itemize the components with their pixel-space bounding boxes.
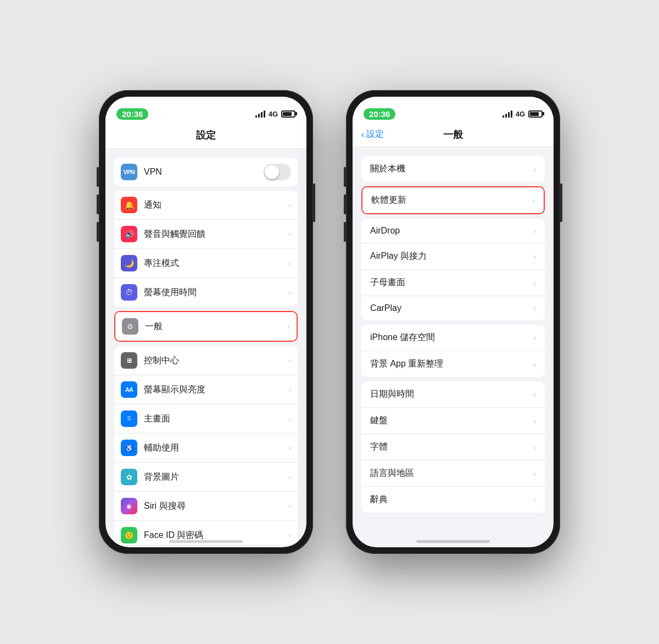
siri-label: Siri 與搜尋 bbox=[144, 501, 286, 512]
chevron-about: › bbox=[533, 165, 536, 174]
section-datetime: 日期與時間 › 鍵盤 › 字體 › 語言與地區 › bbox=[353, 381, 554, 513]
group-vpn: VPN VPN bbox=[114, 158, 298, 186]
row-homescreen[interactable]: ⠿ 主畫面 › bbox=[114, 404, 298, 434]
row-wallpaper[interactable]: ✿ 背景圖片 › bbox=[114, 463, 298, 492]
section-notifications: 🔔 通知 › 🔊 聲音與觸覺回饋 › 🌙 專注模式 › bbox=[105, 191, 306, 307]
chevron-notification: › bbox=[288, 201, 291, 209]
row-datetime[interactable]: 日期與時間 › bbox=[361, 381, 545, 408]
general-icon: ⚙ bbox=[122, 318, 138, 335]
notification-icon: 🔔 bbox=[121, 197, 137, 213]
row-screentime[interactable]: ⏱ 螢幕使用時間 › bbox=[114, 278, 298, 307]
signal-bars-1 bbox=[255, 110, 265, 118]
bar3 bbox=[261, 112, 263, 118]
row-fonts[interactable]: 字體 › bbox=[361, 434, 545, 460]
chevron-acc: › bbox=[288, 443, 291, 452]
battery-fill-1 bbox=[283, 112, 292, 116]
controlcenter-label: 控制中心 bbox=[144, 355, 286, 367]
carplay-label: CarPlay bbox=[370, 303, 531, 313]
screentime-icon: ⏱ bbox=[121, 284, 137, 301]
row-dictionary[interactable]: 辭典 › bbox=[361, 487, 545, 513]
chevron-display: › bbox=[288, 385, 291, 394]
focus-icon: 🌙 bbox=[121, 255, 137, 271]
chevron-general: › bbox=[287, 322, 290, 331]
vpn-toggle[interactable] bbox=[264, 164, 291, 180]
row-about[interactable]: 關於本機 › bbox=[361, 156, 545, 182]
row-focus[interactable]: 🌙 專注模式 › bbox=[114, 249, 298, 278]
status-time-2: 20:36 bbox=[364, 108, 395, 120]
sound-label: 聲音與觸覺回饋 bbox=[144, 229, 286, 240]
chevron-airplay: › bbox=[533, 252, 536, 261]
bar2-2 bbox=[505, 114, 507, 118]
row-accessibility[interactable]: ♿ 輔助使用 › bbox=[114, 434, 298, 463]
status-bar-1: 20:36 4G bbox=[105, 97, 306, 124]
vpn-label: VPN bbox=[144, 167, 259, 177]
battery-fill-2 bbox=[530, 112, 539, 116]
row-background-app[interactable]: 背景 App 重新整理 › bbox=[361, 351, 545, 377]
row-pip[interactable]: 子母畫面 › bbox=[361, 270, 545, 296]
sound-icon: 🔊 bbox=[121, 226, 137, 242]
status-time-1: 20:36 bbox=[116, 108, 148, 120]
chevron-datetime: › bbox=[533, 390, 536, 399]
home-indicator-1 bbox=[169, 540, 243, 543]
status-right-1: 4G bbox=[255, 110, 295, 118]
notification-label: 通知 bbox=[144, 199, 286, 211]
row-airplay[interactable]: AirPlay 與接力 › bbox=[361, 243, 545, 270]
fonts-label: 字體 bbox=[370, 441, 531, 453]
homescreen-label: 主畫面 bbox=[144, 413, 286, 425]
row-storage[interactable]: iPhone 儲存空間 › bbox=[361, 325, 545, 351]
row-display[interactable]: AA 螢幕顯示與亮度 › bbox=[114, 375, 298, 404]
siri-icon: ◉ bbox=[121, 498, 137, 514]
row-controlcenter[interactable]: ⊞ 控制中心 › bbox=[114, 346, 298, 375]
chevron-sound: › bbox=[288, 230, 291, 238]
row-software-update[interactable]: 軟體更新 › bbox=[362, 187, 544, 213]
keyboard-label: 鍵盤 bbox=[370, 415, 531, 426]
screen-content-1[interactable]: VPN VPN 🔔 通知 › bbox=[105, 149, 306, 545]
chevron-software: › bbox=[532, 196, 535, 205]
page-title-1: 設定 bbox=[114, 129, 298, 142]
battery-1 bbox=[281, 110, 295, 118]
chevron-cc: › bbox=[288, 356, 291, 365]
bar3-2 bbox=[508, 112, 510, 118]
phone-2-screen: 20:36 4G ‹ 設定 一般 bbox=[353, 97, 554, 547]
signal-label-1: 4G bbox=[269, 110, 278, 118]
chevron-keyboard: › bbox=[533, 417, 536, 425]
faceid-label: Face ID 與密碼 bbox=[144, 530, 286, 541]
section-storage: iPhone 儲存空間 › 背景 App 重新整理 › bbox=[353, 325, 554, 377]
row-siri[interactable]: ◉ Siri 與搜尋 › bbox=[114, 492, 298, 521]
chevron-storage: › bbox=[533, 334, 536, 342]
row-sound[interactable]: 🔊 聲音與觸覺回饋 › bbox=[114, 220, 298, 249]
status-bar-2: 20:36 4G bbox=[353, 97, 554, 124]
datetime-label: 日期與時間 bbox=[370, 388, 531, 400]
chevron-wp: › bbox=[288, 473, 291, 481]
toggle-knob bbox=[265, 165, 279, 179]
controlcenter-icon: ⊞ bbox=[121, 352, 137, 369]
signal-bars-2 bbox=[502, 110, 512, 118]
phone-2: 20:36 4G ‹ 設定 一般 bbox=[346, 90, 560, 554]
about-label: 關於本機 bbox=[370, 163, 531, 175]
language-label: 語言與地區 bbox=[370, 468, 531, 479]
bar4 bbox=[264, 110, 265, 118]
screen-content-2[interactable]: 關於本機 › 軟體更新 › AirDrop › bbox=[353, 147, 554, 543]
row-airdrop[interactable]: AirDrop › bbox=[361, 219, 545, 243]
back-button[interactable]: ‹ 設定 bbox=[361, 129, 384, 140]
pip-label: 子母畫面 bbox=[370, 277, 531, 288]
chevron-bg-app: › bbox=[533, 360, 536, 369]
chevron-screentime: › bbox=[288, 288, 291, 297]
group-general-highlighted: ⚙ 一般 › bbox=[114, 311, 298, 342]
chevron-back-icon: ‹ bbox=[361, 130, 364, 140]
group-storage: iPhone 儲存空間 › 背景 App 重新整理 › bbox=[361, 325, 545, 377]
faceid-icon: 🙂 bbox=[121, 527, 137, 543]
battery-2 bbox=[528, 110, 543, 118]
bar2 bbox=[258, 114, 260, 118]
row-vpn[interactable]: VPN VPN bbox=[114, 158, 298, 186]
row-language[interactable]: 語言與地區 › bbox=[361, 460, 545, 487]
display-label: 螢幕顯示與亮度 bbox=[144, 384, 286, 396]
row-notification[interactable]: 🔔 通知 › bbox=[114, 191, 298, 220]
row-carplay[interactable]: CarPlay › bbox=[361, 296, 545, 320]
group-notifications: 🔔 通知 › 🔊 聲音與觸覺回饋 › 🌙 專注模式 › bbox=[114, 191, 298, 307]
chevron-focus: › bbox=[288, 259, 291, 268]
row-keyboard[interactable]: 鍵盤 › bbox=[361, 408, 545, 434]
homescreen-icon: ⠿ bbox=[121, 410, 137, 427]
row-general[interactable]: ⚙ 一般 › bbox=[115, 312, 297, 341]
chevron-airdrop: › bbox=[533, 226, 536, 235]
